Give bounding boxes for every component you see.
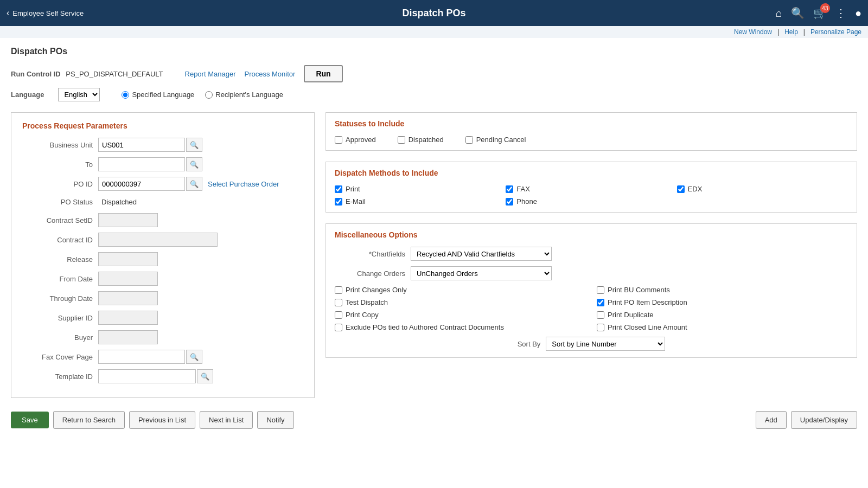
po-id-search-button[interactable]: 🔍 (186, 177, 202, 191)
fax-cover-page-search-button[interactable]: 🔍 (186, 350, 202, 364)
through-date-input[interactable] (98, 291, 158, 305)
approved-checkbox[interactable] (335, 136, 342, 144)
template-id-row: Template ID 🔍 (22, 369, 303, 383)
misc-checkboxes-grid: Print Changes Only Print BU Comments Tes… (335, 286, 848, 331)
print-duplicate-item[interactable]: Print Duplicate (597, 311, 848, 319)
phone-checkbox-item[interactable]: Phone (506, 197, 676, 206)
test-dispatch-checkbox[interactable] (335, 299, 342, 306)
fax-checkbox[interactable] (506, 185, 513, 193)
template-id-search-button[interactable]: 🔍 (197, 369, 213, 383)
po-id-input[interactable] (98, 177, 185, 191)
buyer-input[interactable] (98, 330, 158, 344)
edx-checkbox-item[interactable]: EDX (677, 185, 848, 193)
help-link[interactable]: Help (784, 28, 798, 36)
back-arrow-icon: ‹ (7, 8, 9, 18)
page-content: Dispatch POs Run Control ID PS_PO_DISPAT… (0, 38, 868, 438)
business-unit-input[interactable] (98, 138, 185, 152)
print-po-item-desc-item[interactable]: Print PO Item Description (597, 298, 848, 306)
print-checkbox[interactable] (335, 185, 342, 193)
release-row: Release (22, 252, 303, 266)
change-orders-row: Change Orders UnChanged Orders Changed O… (335, 266, 848, 280)
cart-icon[interactable]: 🛒 43 (813, 7, 827, 20)
change-orders-select[interactable]: UnChanged Orders Changed Orders All Orde… (411, 266, 552, 280)
template-id-input[interactable] (98, 369, 196, 383)
specified-language-radio[interactable]: Specified Language (122, 91, 194, 99)
update-display-button[interactable]: Update/Display (791, 411, 857, 429)
contract-id-label: Contract ID (22, 236, 98, 244)
edx-checkbox[interactable] (677, 185, 685, 193)
print-copy-item[interactable]: Print Copy (335, 311, 586, 319)
nav-back-button[interactable]: ‹ Employee Self Service (7, 8, 84, 18)
pending-cancel-checkbox[interactable] (465, 136, 473, 144)
run-button[interactable]: Run (304, 65, 342, 82)
chartfields-select[interactable]: Recycled AND Valid Chartfields Valid Cha… (411, 247, 552, 261)
supplier-id-input[interactable] (98, 311, 158, 325)
contract-id-row: Contract ID (22, 233, 303, 247)
recipients-language-radio[interactable]: Recipient's Language (205, 91, 283, 99)
pending-cancel-checkbox-item[interactable]: Pending Cancel (465, 136, 526, 144)
print-closed-line-checkbox[interactable] (597, 324, 604, 331)
run-control-links: Report Manager Process Monitor Run (185, 65, 343, 82)
email-checkbox-item[interactable]: E-Mail (335, 197, 506, 206)
through-date-label: Through Date (22, 294, 98, 303)
print-duplicate-label: Print Duplicate (608, 311, 654, 319)
through-date-row: Through Date (22, 291, 303, 305)
statuses-title: Statuses to Include (335, 119, 848, 128)
language-select[interactable]: English (58, 88, 100, 101)
sort-by-select[interactable]: Sort by Line Number Sort by Item ID Sort… (546, 337, 665, 351)
print-changes-only-checkbox[interactable] (335, 286, 342, 294)
email-checkbox[interactable] (335, 198, 342, 206)
print-checkbox-item[interactable]: Print (335, 185, 506, 193)
edx-label: EDX (688, 185, 703, 193)
exclude-pos-item[interactable]: Exclude POs tied to Authored Contract Do… (335, 323, 586, 331)
personalize-page-link[interactable]: Personalize Page (810, 28, 861, 36)
fax-cover-page-input[interactable] (98, 350, 185, 364)
report-manager-link[interactable]: Report Manager (185, 70, 236, 78)
phone-checkbox[interactable] (506, 198, 513, 206)
fax-checkbox-item[interactable]: FAX (506, 185, 676, 193)
select-purchase-order-link[interactable]: Select Purchase Order (208, 180, 279, 188)
po-status-label: PO Status (22, 198, 98, 206)
return-to-search-button[interactable]: Return to Search (53, 411, 125, 429)
exclude-pos-checkbox[interactable] (335, 324, 342, 331)
contract-id-input[interactable] (98, 233, 218, 247)
add-button[interactable]: Add (756, 411, 787, 429)
to-search-button[interactable]: 🔍 (186, 157, 202, 171)
from-date-input[interactable] (98, 272, 158, 286)
previous-in-list-button[interactable]: Previous in List (129, 411, 195, 429)
dispatched-checkbox-item[interactable]: Dispatched (398, 136, 444, 144)
print-closed-line-item[interactable]: Print Closed Line Amount (597, 323, 848, 331)
print-bu-comments-checkbox[interactable] (597, 286, 604, 294)
print-copy-checkbox[interactable] (335, 311, 342, 319)
contract-setid-input[interactable] (98, 213, 158, 227)
print-bu-comments-item[interactable]: Print BU Comments (597, 286, 848, 294)
print-changes-only-item[interactable]: Print Changes Only (335, 286, 586, 294)
business-unit-search-button[interactable]: 🔍 (186, 138, 202, 152)
notify-button[interactable]: Notify (257, 411, 293, 429)
language-select-wrap: English (58, 88, 100, 101)
print-label: Print (346, 185, 360, 193)
fax-cover-page-input-group: 🔍 (98, 350, 202, 364)
print-po-item-desc-checkbox[interactable] (597, 299, 604, 306)
fax-cover-page-label: Fax Cover Page (22, 353, 98, 361)
process-monitor-link[interactable]: Process Monitor (244, 70, 295, 78)
user-avatar[interactable]: ● (855, 7, 861, 20)
print-closed-line-label: Print Closed Line Amount (608, 323, 687, 331)
test-dispatch-item[interactable]: Test Dispatch (335, 298, 586, 306)
search-icon[interactable]: 🔍 (791, 7, 805, 20)
home-icon[interactable]: ⌂ (776, 7, 782, 20)
contract-setid-row: Contract SetID (22, 213, 303, 227)
po-id-input-group: 🔍 Select Purchase Order (98, 177, 279, 191)
save-button[interactable]: Save (11, 412, 49, 428)
next-in-list-button[interactable]: Next in List (200, 411, 253, 429)
dispatched-checkbox[interactable] (398, 136, 405, 144)
to-input[interactable] (98, 157, 185, 171)
print-duplicate-checkbox[interactable] (597, 311, 604, 319)
approved-checkbox-item[interactable]: Approved (335, 136, 376, 144)
sort-by-label: Sort By (518, 340, 541, 348)
run-control-area: Run Control ID PS_PO_DISPATCH_DEFAULT Re… (11, 65, 857, 82)
language-label: Language (11, 91, 44, 99)
new-window-link[interactable]: New Window (734, 28, 772, 36)
release-input[interactable] (98, 252, 158, 266)
more-options-icon[interactable]: ⋮ (835, 7, 846, 20)
